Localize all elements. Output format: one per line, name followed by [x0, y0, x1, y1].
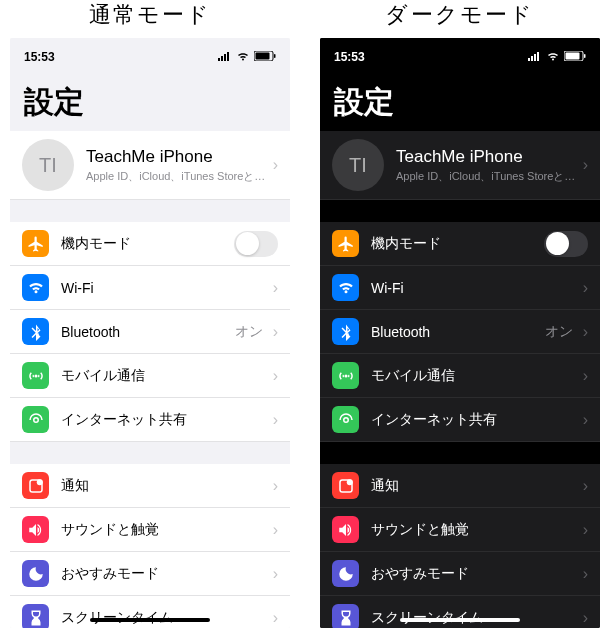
wifi-row[interactable]: Wi-Fi › [10, 266, 290, 310]
airplane-icon [332, 230, 359, 257]
statusbar-icons [528, 50, 586, 64]
row-label: 機内モード [61, 235, 234, 253]
notifications-row[interactable]: 通知 › [10, 464, 290, 508]
chevron-right-icon: › [583, 565, 588, 583]
screentime-icon [22, 604, 49, 628]
hotspot-icon [332, 406, 359, 433]
chevron-right-icon: › [273, 156, 278, 174]
apple-id-row[interactable]: TI TeachMe iPhone Apple ID、iCloud、iTunes… [320, 131, 600, 200]
avatar: TI [22, 139, 74, 191]
row-label: 通知 [371, 477, 579, 495]
svg-rect-1 [221, 56, 223, 61]
cellular-icon [332, 362, 359, 389]
svg-rect-5 [256, 53, 270, 60]
chevron-right-icon: › [273, 367, 278, 385]
screen-light: 15:53 設定 TI TeachMe iPhone Apple ID、iClo… [10, 38, 290, 628]
row-label: サウンドと触覚 [61, 521, 269, 539]
svg-rect-10 [531, 56, 533, 61]
airplane-mode-row[interactable]: 機内モード [320, 222, 600, 266]
sounds-icon [332, 516, 359, 543]
row-label: おやすみモード [61, 565, 269, 583]
mode-title-light: 通常モード [10, 0, 290, 30]
cellular-row[interactable]: モバイル通信 › [320, 354, 600, 398]
row-label: 機内モード [371, 235, 544, 253]
statusbar-icons [218, 50, 276, 64]
svg-rect-14 [566, 53, 580, 60]
signal-icon [528, 50, 542, 64]
chevron-right-icon: › [583, 521, 588, 539]
row-label: Bluetooth [61, 324, 235, 340]
svg-rect-3 [227, 52, 229, 61]
header: 設定 [320, 76, 600, 131]
row-label: モバイル通信 [61, 367, 269, 385]
page-title: 設定 [24, 82, 276, 123]
chevron-right-icon: › [583, 411, 588, 429]
profile-sub: Apple ID、iCloud、iTunes StoreとApp S... [396, 169, 579, 184]
bluetooth-value: オン [235, 323, 263, 341]
chevron-right-icon: › [583, 279, 588, 297]
home-indicator[interactable] [90, 618, 210, 622]
svg-rect-9 [528, 58, 530, 61]
screentime-row[interactable]: スクリーンタイム › [320, 596, 600, 628]
chevron-right-icon: › [583, 323, 588, 341]
row-label: Wi-Fi [61, 280, 269, 296]
chevron-right-icon: › [273, 411, 278, 429]
row-label: インターネット共有 [371, 411, 579, 429]
hotspot-row[interactable]: インターネット共有 › [320, 398, 600, 442]
row-label: Bluetooth [371, 324, 545, 340]
profile-name: TeachMe iPhone [86, 147, 269, 167]
notifications-icon [332, 472, 359, 499]
wifi-status-icon [546, 50, 560, 64]
chevron-right-icon: › [273, 565, 278, 583]
cellular-row[interactable]: モバイル通信 › [10, 354, 290, 398]
statusbar: 15:53 [320, 38, 600, 76]
chevron-right-icon: › [583, 156, 588, 174]
cellular-icon [22, 362, 49, 389]
wifi-icon [332, 274, 359, 301]
bluetooth-row[interactable]: Bluetooth オン › [10, 310, 290, 354]
wifi-row[interactable]: Wi-Fi › [320, 266, 600, 310]
wifi-status-icon [236, 50, 250, 64]
airplane-mode-row[interactable]: 機内モード [10, 222, 290, 266]
profile-sub: Apple ID、iCloud、iTunes StoreとApp S... [86, 169, 269, 184]
dnd-row[interactable]: おやすみモード › [10, 552, 290, 596]
battery-icon [564, 50, 586, 64]
avatar: TI [332, 139, 384, 191]
chevron-right-icon: › [273, 477, 278, 495]
battery-icon [254, 50, 276, 64]
apple-id-row[interactable]: TI TeachMe iPhone Apple ID、iCloud、iTunes… [10, 131, 290, 200]
screen-dark: 15:53 設定 TI TeachMe iPhone Apple ID、iClo… [320, 38, 600, 628]
row-label: モバイル通信 [371, 367, 579, 385]
sounds-icon [22, 516, 49, 543]
chevron-right-icon: › [273, 323, 278, 341]
sounds-row[interactable]: サウンドと触覚 › [320, 508, 600, 552]
hotspot-row[interactable]: インターネット共有 › [10, 398, 290, 442]
notifications-row[interactable]: 通知 › [320, 464, 600, 508]
dnd-row[interactable]: おやすみモード › [320, 552, 600, 596]
statusbar-time: 15:53 [334, 50, 365, 64]
bluetooth-value: オン [545, 323, 573, 341]
airplane-toggle[interactable] [544, 231, 588, 257]
chevron-right-icon: › [583, 609, 588, 627]
sounds-row[interactable]: サウンドと触覚 › [10, 508, 290, 552]
home-indicator[interactable] [400, 618, 520, 622]
screentime-row[interactable]: スクリーンタイム › [10, 596, 290, 628]
dnd-icon [332, 560, 359, 587]
svg-point-8 [36, 479, 42, 485]
screentime-icon [332, 604, 359, 628]
profile-name: TeachMe iPhone [396, 147, 579, 167]
row-label: インターネット共有 [61, 411, 269, 429]
airplane-icon [22, 230, 49, 257]
page-title: 設定 [334, 82, 586, 123]
bluetooth-row[interactable]: Bluetooth オン › [320, 310, 600, 354]
notifications-icon [22, 472, 49, 499]
mode-title-dark: ダークモード [320, 0, 600, 30]
dnd-icon [22, 560, 49, 587]
chevron-right-icon: › [273, 521, 278, 539]
svg-rect-2 [224, 54, 226, 61]
svg-rect-12 [537, 52, 539, 61]
svg-rect-6 [274, 54, 276, 58]
airplane-toggle[interactable] [234, 231, 278, 257]
row-label: 通知 [61, 477, 269, 495]
signal-icon [218, 50, 232, 64]
